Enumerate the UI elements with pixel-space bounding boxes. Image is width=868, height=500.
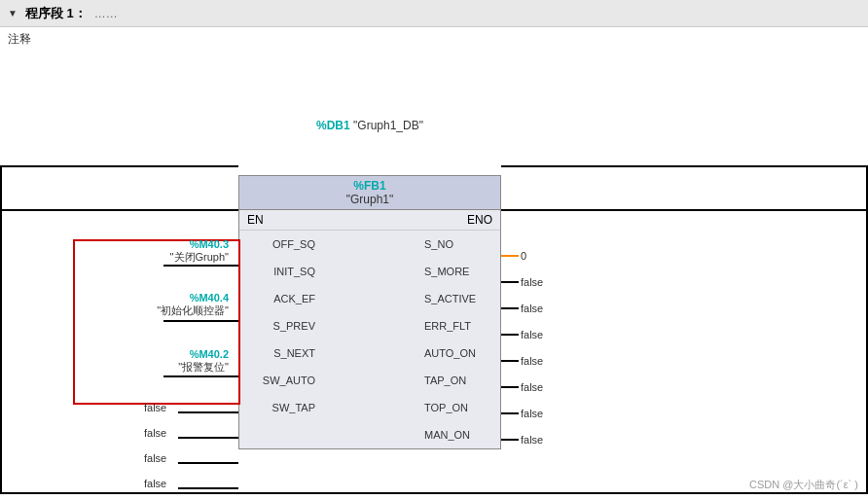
- val-auto-on: false: [521, 355, 543, 367]
- segment-title: 程序段 1：: [25, 5, 87, 22]
- arrow-err-flt: [501, 334, 519, 336]
- false-sw-tap: false: [144, 478, 166, 489]
- conn-init-sq: [163, 320, 238, 322]
- watermark: CSDN @大小曲奇(´ε` ): [749, 478, 858, 492]
- pin-s-more: S_MORE: [424, 266, 492, 277]
- arrow-auto-on: [501, 360, 519, 362]
- output-s-no: 0: [501, 250, 526, 262]
- false-s-next: false: [144, 427, 166, 439]
- pin-row-4: S_PREV ERR_FLT: [239, 312, 500, 339]
- db-name: "Gruph1_DB": [353, 119, 423, 132]
- pin-s-prev: S_PREV: [247, 320, 315, 332]
- conn-sw-tap: [178, 487, 238, 489]
- rail-left-vertical: [0, 165, 2, 492]
- fb-header: %FB1 "Gruph1": [239, 176, 500, 210]
- pin-s-active: S_ACTIVE: [424, 293, 492, 304]
- pin-man-on: MAN_ON: [424, 429, 492, 441]
- pin-row-3: ACK_EF S_ACTIVE: [239, 285, 500, 312]
- val-tap-on: false: [521, 381, 543, 393]
- rail-top-left: [0, 165, 238, 167]
- pin-row-8: MAN_ON: [239, 421, 500, 448]
- val-err-flt: false: [521, 329, 543, 340]
- pin-sw-tap: SW_TAP: [247, 402, 315, 413]
- arrow-top-on: [501, 412, 519, 414]
- en-eno-row: EN ENO: [239, 210, 500, 231]
- output-top-on: false: [501, 408, 543, 419]
- pin-tap-on: TAP_ON: [424, 375, 492, 386]
- eno-label: ENO: [467, 213, 492, 227]
- pin-ack-ef: ACK_EF: [247, 293, 315, 304]
- pin-row-2: INIT_SQ S_MORE: [239, 258, 500, 285]
- conn-off-sq: [163, 265, 238, 267]
- db-address: %DB1: [316, 119, 350, 132]
- output-man-on: false: [501, 434, 543, 446]
- pin-sw-auto: SW_AUTO: [247, 375, 315, 386]
- arrow-s-no: [501, 255, 519, 257]
- program-segment-header: ▼ 程序段 1： ……: [0, 0, 868, 27]
- addr-m40-4: %M40.4: [73, 292, 229, 304]
- output-err-flt: false: [501, 329, 543, 340]
- conn-en: [0, 209, 238, 211]
- pin-s-next: S_NEXT: [247, 347, 315, 359]
- fb-name: "Gruph1": [239, 193, 500, 206]
- addr-m40-3: %M40.3: [78, 238, 229, 250]
- output-auto-on: false: [501, 355, 543, 367]
- conn-ack-ef: [163, 375, 238, 377]
- output-tap-on: false: [501, 381, 543, 393]
- fb-block[interactable]: %FB1 "Gruph1" EN ENO OFF_SQ S_NO INIT_SQ…: [238, 175, 501, 449]
- conn-s-next: [178, 437, 238, 439]
- arrow-s-more: [501, 281, 519, 283]
- addr-m40-2: %M40.2: [88, 348, 229, 360]
- arrow-tap-on: [501, 386, 519, 388]
- name-ack-ef: "报警复位": [88, 360, 229, 375]
- pin-row-7: SW_TAP TOP_ON: [239, 394, 500, 421]
- val-man-on: false: [521, 434, 543, 446]
- var-ack-ef: %M40.2 "报警复位": [88, 348, 229, 375]
- arrow-man-on: [501, 439, 519, 441]
- rail-bottom: [0, 492, 868, 494]
- var-off-sq: %M40.3 "关闭Gruph": [78, 238, 229, 265]
- pin-off-sq: OFF_SQ: [247, 238, 315, 250]
- collapse-arrow-icon[interactable]: ▼: [8, 8, 18, 18]
- pin-auto-on: AUTO_ON: [424, 347, 492, 359]
- val-s-more: false: [521, 276, 543, 288]
- pin-s-no: S_NO: [424, 238, 492, 250]
- segment-dots: ……: [94, 7, 118, 20]
- pin-row-6: SW_AUTO TAP_ON: [239, 367, 500, 394]
- rail-top-right: [501, 165, 868, 167]
- pin-err-flt: ERR_FLT: [424, 320, 492, 332]
- comment-label: 注释: [0, 27, 868, 49]
- conn-s-prev: [178, 411, 238, 413]
- conn-eno: [501, 209, 866, 211]
- arrow-s-active: [501, 307, 519, 309]
- val-top-on: false: [521, 408, 543, 419]
- name-init-sq: "初始化顺控器": [73, 304, 229, 318]
- conn-sw-auto: [178, 462, 238, 464]
- val-s-active: false: [521, 303, 543, 314]
- fb-address: %FB1: [239, 179, 500, 193]
- pin-init-sq: INIT_SQ: [247, 266, 315, 277]
- name-off-sq: "关闭Gruph": [78, 250, 229, 265]
- output-s-more: false: [501, 276, 543, 288]
- ladder-diagram: %DB1 "Gruph1_DB" %FB1 "Gruph1" EN ENO OF…: [0, 49, 868, 500]
- output-s-active: false: [501, 303, 543, 314]
- pin-row-1: OFF_SQ S_NO: [239, 231, 500, 258]
- pin-top-on: TOP_ON: [424, 402, 492, 413]
- pin-row-5: S_NEXT AUTO_ON: [239, 339, 500, 367]
- val-s-no: 0: [521, 250, 526, 262]
- en-label: EN: [247, 213, 264, 227]
- false-sw-auto: false: [144, 452, 166, 464]
- var-init-sq: %M40.4 "初始化顺控器": [73, 292, 229, 318]
- db-label: %DB1 "Gruph1_DB": [287, 119, 452, 132]
- false-s-prev: false: [144, 402, 166, 413]
